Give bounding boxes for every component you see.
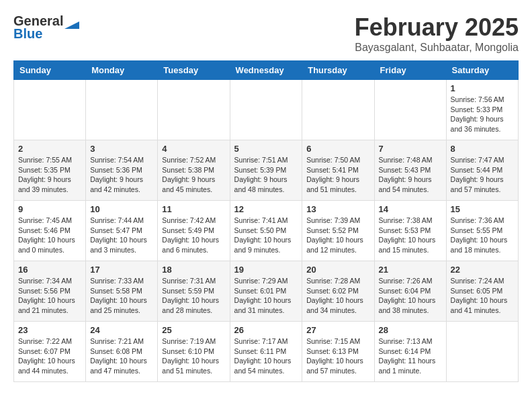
day-info: Sunrise: 7:50 AM Sunset: 5:41 PM Dayligh…	[306, 155, 369, 195]
calendar-day-26: 26Sunrise: 7:17 AM Sunset: 6:11 PM Dayli…	[230, 322, 302, 382]
day-number: 15	[451, 204, 514, 214]
calendar-day-6: 6Sunrise: 7:50 AM Sunset: 5:41 PM Daylig…	[302, 140, 374, 201]
day-info: Sunrise: 7:47 AM Sunset: 5:44 PM Dayligh…	[451, 155, 514, 195]
calendar-day-25: 25Sunrise: 7:19 AM Sunset: 6:10 PM Dayli…	[158, 322, 230, 382]
day-number: 7	[379, 144, 442, 154]
calendar-table: SundayMondayTuesdayWednesdayThursdayFrid…	[13, 60, 519, 382]
calendar-day-27: 27Sunrise: 7:15 AM Sunset: 6:13 PM Dayli…	[302, 322, 374, 382]
calendar-day-1: 1Sunrise: 7:56 AM Sunset: 5:33 PM Daylig…	[446, 80, 518, 140]
day-number: 22	[451, 265, 514, 275]
svg-marker-0	[64, 21, 79, 29]
weekday-header-sunday: Sunday	[14, 61, 86, 80]
day-info: Sunrise: 7:36 AM Sunset: 5:55 PM Dayligh…	[451, 216, 514, 255]
day-info: Sunrise: 7:54 AM Sunset: 5:36 PM Dayligh…	[90, 155, 153, 195]
empty-day	[230, 80, 302, 140]
day-number: 25	[162, 325, 225, 335]
day-number: 27	[306, 325, 369, 335]
title-block: February 2025 Bayasgalant, Suhbaatar, Mo…	[355, 13, 519, 54]
day-info: Sunrise: 7:52 AM Sunset: 5:38 PM Dayligh…	[162, 155, 225, 195]
calendar-day-21: 21Sunrise: 7:26 AM Sunset: 6:04 PM Dayli…	[374, 261, 446, 322]
calendar-day-9: 9Sunrise: 7:45 AM Sunset: 5:46 PM Daylig…	[14, 201, 86, 261]
day-info: Sunrise: 7:45 AM Sunset: 5:46 PM Dayligh…	[18, 216, 81, 255]
day-number: 21	[379, 265, 442, 275]
calendar-day-10: 10Sunrise: 7:44 AM Sunset: 5:47 PM Dayli…	[86, 201, 158, 261]
day-info: Sunrise: 7:39 AM Sunset: 5:52 PM Dayligh…	[306, 216, 369, 255]
calendar-day-12: 12Sunrise: 7:41 AM Sunset: 5:50 PM Dayli…	[230, 201, 302, 261]
empty-day	[86, 80, 158, 140]
calendar-week-row: 9Sunrise: 7:45 AM Sunset: 5:46 PM Daylig…	[14, 201, 519, 261]
day-number: 19	[234, 265, 298, 275]
day-number: 17	[90, 265, 153, 275]
day-info: Sunrise: 7:51 AM Sunset: 5:39 PM Dayligh…	[234, 155, 298, 195]
day-number: 1	[451, 83, 514, 93]
calendar-day-13: 13Sunrise: 7:39 AM Sunset: 5:52 PM Dayli…	[302, 201, 374, 261]
page-header: General Blue February 2025 Bayasgalant, …	[13, 13, 519, 54]
location-title: Bayasgalant, Suhbaatar, Mongolia	[355, 42, 519, 54]
empty-day	[374, 80, 446, 140]
calendar-day-4: 4Sunrise: 7:52 AM Sunset: 5:38 PM Daylig…	[158, 140, 230, 201]
day-number: 28	[379, 325, 442, 335]
calendar-day-16: 16Sunrise: 7:34 AM Sunset: 5:56 PM Dayli…	[14, 261, 86, 322]
day-number: 5	[234, 144, 298, 154]
day-number: 24	[90, 325, 153, 335]
day-number: 18	[162, 265, 225, 275]
day-number: 23	[18, 325, 81, 335]
calendar-header-row: SundayMondayTuesdayWednesdayThursdayFrid…	[14, 61, 519, 80]
day-info: Sunrise: 7:28 AM Sunset: 6:02 PM Dayligh…	[306, 276, 369, 316]
calendar-day-11: 11Sunrise: 7:42 AM Sunset: 5:49 PM Dayli…	[158, 201, 230, 261]
day-info: Sunrise: 7:26 AM Sunset: 6:04 PM Dayligh…	[379, 276, 442, 316]
day-info: Sunrise: 7:22 AM Sunset: 6:07 PM Dayligh…	[18, 336, 81, 376]
day-info: Sunrise: 7:33 AM Sunset: 5:58 PM Dayligh…	[90, 276, 153, 316]
calendar-day-2: 2Sunrise: 7:55 AM Sunset: 5:35 PM Daylig…	[14, 140, 86, 201]
day-info: Sunrise: 7:31 AM Sunset: 5:59 PM Dayligh…	[162, 276, 225, 316]
empty-day	[302, 80, 374, 140]
weekday-header-saturday: Saturday	[446, 61, 518, 80]
weekday-header-friday: Friday	[374, 61, 446, 80]
day-number: 10	[90, 204, 153, 214]
day-number: 11	[162, 204, 225, 214]
calendar-day-19: 19Sunrise: 7:29 AM Sunset: 6:01 PM Dayli…	[230, 261, 302, 322]
calendar-day-14: 14Sunrise: 7:38 AM Sunset: 5:53 PM Dayli…	[374, 201, 446, 261]
calendar-day-22: 22Sunrise: 7:24 AM Sunset: 6:05 PM Dayli…	[446, 261, 518, 322]
calendar-week-row: 23Sunrise: 7:22 AM Sunset: 6:07 PM Dayli…	[14, 322, 519, 382]
calendar-day-28: 28Sunrise: 7:13 AM Sunset: 6:14 PM Dayli…	[374, 322, 446, 382]
calendar-day-8: 8Sunrise: 7:47 AM Sunset: 5:44 PM Daylig…	[446, 140, 518, 201]
day-info: Sunrise: 7:55 AM Sunset: 5:35 PM Dayligh…	[18, 155, 81, 195]
calendar-day-17: 17Sunrise: 7:33 AM Sunset: 5:58 PM Dayli…	[86, 261, 158, 322]
day-info: Sunrise: 7:41 AM Sunset: 5:50 PM Dayligh…	[234, 216, 298, 255]
day-number: 8	[451, 144, 514, 154]
calendar-day-7: 7Sunrise: 7:48 AM Sunset: 5:43 PM Daylig…	[374, 140, 446, 201]
weekday-header-thursday: Thursday	[302, 61, 374, 80]
day-number: 6	[306, 144, 369, 154]
day-number: 26	[234, 325, 298, 335]
calendar-day-24: 24Sunrise: 7:21 AM Sunset: 6:08 PM Dayli…	[86, 322, 158, 382]
weekday-header-tuesday: Tuesday	[158, 61, 230, 80]
day-number: 14	[379, 204, 442, 214]
day-info: Sunrise: 7:48 AM Sunset: 5:43 PM Dayligh…	[379, 155, 442, 195]
weekday-header-wednesday: Wednesday	[230, 61, 302, 80]
day-info: Sunrise: 7:38 AM Sunset: 5:53 PM Dayligh…	[379, 216, 442, 255]
day-info: Sunrise: 7:29 AM Sunset: 6:01 PM Dayligh…	[234, 276, 298, 316]
calendar-day-23: 23Sunrise: 7:22 AM Sunset: 6:07 PM Dayli…	[14, 322, 86, 382]
weekday-header-monday: Monday	[86, 61, 158, 80]
day-info: Sunrise: 7:56 AM Sunset: 5:33 PM Dayligh…	[451, 95, 514, 134]
empty-day	[158, 80, 230, 140]
calendar-day-18: 18Sunrise: 7:31 AM Sunset: 5:59 PM Dayli…	[158, 261, 230, 322]
calendar-day-5: 5Sunrise: 7:51 AM Sunset: 5:39 PM Daylig…	[230, 140, 302, 201]
empty-day	[14, 80, 86, 140]
day-info: Sunrise: 7:34 AM Sunset: 5:56 PM Dayligh…	[18, 276, 81, 316]
day-info: Sunrise: 7:21 AM Sunset: 6:08 PM Dayligh…	[90, 336, 153, 376]
day-number: 3	[90, 144, 153, 154]
calendar-day-3: 3Sunrise: 7:54 AM Sunset: 5:36 PM Daylig…	[86, 140, 158, 201]
day-number: 13	[306, 204, 369, 214]
day-info: Sunrise: 7:24 AM Sunset: 6:05 PM Dayligh…	[451, 276, 514, 316]
day-info: Sunrise: 7:15 AM Sunset: 6:13 PM Dayligh…	[306, 336, 369, 376]
day-number: 4	[162, 144, 225, 154]
day-info: Sunrise: 7:17 AM Sunset: 6:11 PM Dayligh…	[234, 336, 298, 376]
day-number: 2	[18, 144, 81, 154]
day-info: Sunrise: 7:13 AM Sunset: 6:14 PM Dayligh…	[379, 336, 442, 376]
calendar-week-row: 1Sunrise: 7:56 AM Sunset: 5:33 PM Daylig…	[14, 80, 519, 140]
day-number: 12	[234, 204, 298, 214]
day-info: Sunrise: 7:19 AM Sunset: 6:10 PM Dayligh…	[162, 336, 225, 376]
empty-day	[446, 322, 518, 382]
